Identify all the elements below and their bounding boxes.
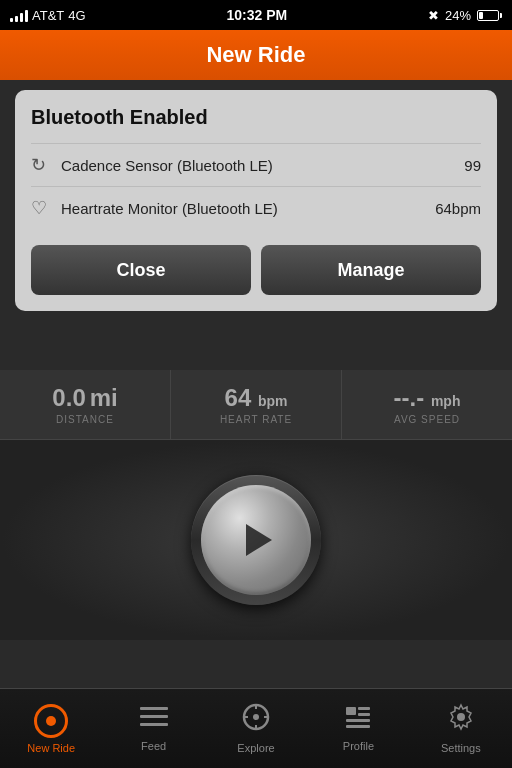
tab-feed[interactable]: Feed [102, 689, 204, 768]
tab-new-ride-label: New Ride [27, 742, 75, 754]
svg-point-14 [457, 713, 465, 721]
tab-explore-label: Explore [237, 742, 274, 754]
distance-value: 0.0 mi [52, 384, 117, 412]
modal-title: Bluetooth Enabled [31, 106, 481, 129]
svg-rect-13 [346, 725, 370, 728]
modal-panel: Bluetooth Enabled ↻ Cadence Sensor (Blue… [15, 90, 497, 311]
svg-rect-9 [346, 707, 356, 715]
heartrate-label: HEART RATE [220, 414, 292, 425]
svg-rect-2 [140, 723, 168, 726]
heartrate-sensor-name: Heartrate Monitor (Bluetooth LE) [61, 200, 435, 217]
explore-icon [242, 703, 270, 738]
header: New Ride [0, 30, 512, 80]
status-right: ✖ 24% [428, 8, 502, 23]
play-area [0, 440, 512, 640]
battery-icon [477, 10, 502, 21]
svg-rect-10 [358, 707, 370, 710]
cadence-sensor-name: Cadence Sensor (Bluetooth LE) [61, 157, 464, 174]
status-bar: AT&T 4G 10:32 PM ✖ 24% [0, 0, 512, 30]
play-button-inner [201, 485, 311, 595]
settings-icon [447, 703, 475, 738]
cadence-sensor-icon: ↻ [31, 154, 61, 176]
avgspeed-value: --.- mph [394, 384, 461, 412]
bluetooth-icon: ✖ [428, 8, 439, 23]
feed-icon [140, 705, 168, 736]
status-left: AT&T 4G [10, 8, 86, 23]
play-button[interactable] [191, 475, 321, 605]
heartrate-sensor-row: ♡ Heartrate Monitor (Bluetooth LE) 64bpm [31, 186, 481, 229]
svg-rect-12 [346, 719, 370, 722]
play-triangle-icon [246, 524, 272, 556]
new-ride-icon [34, 704, 68, 738]
manage-button[interactable]: Manage [261, 245, 481, 295]
tab-bar: New Ride Feed Explore [0, 688, 512, 768]
new-ride-icon-inner [46, 716, 56, 726]
profile-icon [344, 705, 372, 736]
distance-label: DISTANCE [56, 414, 114, 425]
status-time: 10:32 PM [226, 7, 287, 23]
svg-rect-1 [140, 715, 168, 718]
heartrate-sensor-icon: ♡ [31, 197, 61, 219]
stat-heartrate: 64 bpm HEART RATE [171, 370, 342, 439]
tab-settings-label: Settings [441, 742, 481, 754]
stats-row: 0.0 mi DISTANCE 64 bpm HEART RATE --.- m… [0, 370, 512, 440]
stat-distance: 0.0 mi DISTANCE [0, 370, 171, 439]
tab-profile-label: Profile [343, 740, 374, 752]
heartrate-value: 64 bpm [225, 384, 288, 412]
svg-point-4 [253, 714, 259, 720]
svg-rect-11 [358, 713, 370, 716]
avgspeed-label: AVG SPEED [394, 414, 460, 425]
close-button[interactable]: Close [31, 245, 251, 295]
cadence-sensor-row: ↻ Cadence Sensor (Bluetooth LE) 99 [31, 143, 481, 186]
stat-avgspeed: --.- mph AVG SPEED [342, 370, 512, 439]
tab-settings[interactable]: Settings [410, 689, 512, 768]
battery-percent-label: 24% [445, 8, 471, 23]
svg-rect-0 [140, 707, 168, 710]
page-title: New Ride [206, 42, 305, 68]
tab-new-ride[interactable]: New Ride [0, 689, 102, 768]
heartrate-sensor-value: 64bpm [435, 200, 481, 217]
signal-bars-icon [10, 8, 28, 22]
tab-profile[interactable]: Profile [307, 689, 409, 768]
modal-buttons: Close Manage [31, 245, 481, 295]
network-type-label: 4G [68, 8, 85, 23]
tab-explore[interactable]: Explore [205, 689, 307, 768]
cadence-sensor-value: 99 [464, 157, 481, 174]
modal-overlay: Bluetooth Enabled ↻ Cadence Sensor (Blue… [0, 80, 512, 321]
carrier-label: AT&T [32, 8, 64, 23]
tab-feed-label: Feed [141, 740, 166, 752]
